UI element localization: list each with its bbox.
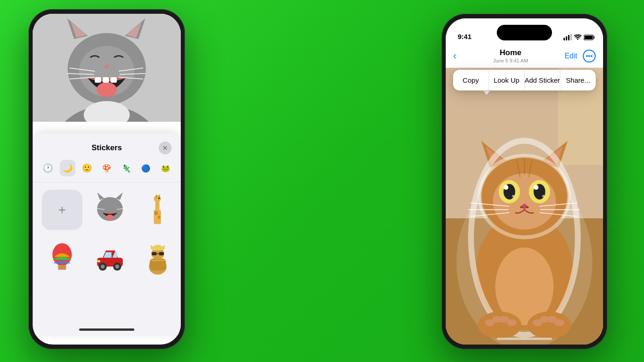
context-menu-copy[interactable]: Copy (453, 70, 489, 90)
svg-point-104 (507, 319, 517, 326)
svg-marker-22 (97, 192, 104, 200)
svg-rect-12 (103, 77, 109, 83)
phone-left: Stickers ✕ 🕐 🌙 🙂 🍄 🦎 🔵 🐸 + (29, 9, 185, 349)
svg-rect-33 (159, 195, 160, 198)
sticker-balloon[interactable] (42, 238, 82, 278)
home-indicator-right (497, 338, 552, 340)
svg-point-87 (542, 195, 545, 197)
svg-point-10 (97, 82, 117, 97)
svg-rect-51 (159, 252, 164, 255)
plus-icon: + (58, 203, 66, 217)
sticker-tab-recent[interactable]: 🕐 (40, 160, 56, 176)
svg-point-89 (520, 206, 523, 208)
stickers-tabs: 🕐 🌙 🙂 🍄 🦎 🔵 🐸 (33, 158, 181, 182)
svg-point-84 (504, 185, 509, 190)
svg-point-62 (586, 55, 588, 57)
context-menu-add-sticker[interactable]: Add Sticker (525, 70, 561, 90)
svg-rect-58 (570, 34, 572, 40)
nav-bar: ‹ Home June 5 9:41 AM Edit (446, 44, 603, 68)
svg-rect-60 (585, 35, 593, 39)
cat-yawning-image (33, 14, 181, 122)
svg-rect-57 (568, 35, 569, 40)
svg-point-63 (588, 55, 590, 57)
svg-point-31 (158, 215, 160, 219)
stickers-grid: + (33, 182, 181, 285)
svg-point-64 (591, 55, 592, 57)
sticker-tab-pack4[interactable]: 🐸 (157, 160, 173, 176)
svg-rect-11 (95, 77, 101, 83)
stickers-header: Stickers ✕ (33, 133, 181, 158)
svg-rect-54 (155, 245, 161, 249)
svg-rect-61 (594, 36, 595, 39)
battery-icon (584, 34, 595, 40)
svg-rect-32 (156, 195, 157, 198)
sticker-tab-emoji[interactable]: 🙂 (79, 160, 95, 176)
svg-rect-36 (58, 265, 66, 270)
phone-left-screen: Stickers ✕ 🕐 🌙 🙂 🍄 🦎 🔵 🐸 + (33, 14, 181, 345)
context-menu-lookup[interactable]: Look Up (489, 70, 525, 90)
context-menu-share[interactable]: Share... (560, 70, 596, 90)
status-time: 9:41 (458, 33, 472, 40)
svg-marker-65 (483, 91, 490, 95)
svg-point-108 (554, 319, 564, 326)
nav-title-group: Home June 5 9:41 AM (493, 48, 528, 63)
sticker-cat-yawn[interactable] (90, 190, 130, 230)
context-menu: Copy Look Up Add Sticker Share... (453, 70, 596, 90)
svg-rect-55 (564, 38, 565, 40)
svg-rect-50 (152, 252, 157, 255)
svg-point-24 (106, 215, 114, 220)
svg-rect-44 (97, 260, 100, 262)
stickers-panel: Stickers ✕ 🕐 🌙 🙂 🍄 🦎 🔵 🐸 + (33, 133, 181, 335)
svg-point-86 (512, 195, 514, 197)
nav-subtitle: June 5 9:41 AM (493, 58, 528, 63)
home-indicator-left (79, 328, 134, 331)
sticker-tab-pack2[interactable]: 🦎 (118, 160, 134, 176)
add-sticker-button[interactable]: + (42, 190, 82, 230)
svg-rect-56 (566, 36, 567, 40)
cat-image-right[interactable] (446, 68, 603, 345)
sticker-fashion-cat[interactable] (138, 238, 178, 278)
more-button[interactable] (583, 50, 596, 62)
phone-right: 9:41 (442, 14, 607, 349)
status-icons (564, 34, 595, 40)
stickers-close-button[interactable]: ✕ (159, 141, 172, 154)
sticker-tab-pack3[interactable]: 🔵 (138, 160, 154, 176)
svg-point-30 (155, 211, 158, 215)
dynamic-island (497, 25, 552, 40)
svg-point-79 (493, 173, 556, 230)
sticker-red-car[interactable] (90, 238, 130, 278)
phone-right-screen: 9:41 (446, 18, 603, 345)
svg-rect-13 (110, 77, 117, 83)
svg-point-43 (115, 265, 119, 269)
svg-marker-23 (115, 192, 123, 200)
svg-point-90 (526, 206, 529, 208)
stickers-title: Stickers (55, 143, 159, 153)
svg-point-34 (158, 198, 160, 199)
sticker-tab-moon[interactable]: 🌙 (60, 160, 76, 176)
scene: Stickers ✕ 🕐 🌙 🙂 🍄 🦎 🔵 🐸 + (0, 0, 644, 362)
svg-point-100 (527, 311, 571, 339)
sticker-tab-pack1[interactable]: 🍄 (99, 160, 115, 176)
svg-point-41 (101, 265, 105, 269)
nav-actions: Edit (564, 50, 596, 62)
signal-icon (564, 34, 572, 40)
wifi-icon (574, 34, 581, 40)
back-button[interactable]: ‹ (453, 50, 456, 62)
svg-point-29 (154, 196, 161, 202)
svg-point-85 (534, 185, 539, 190)
ellipsis-icon (586, 55, 592, 57)
edit-button[interactable]: Edit (564, 52, 577, 60)
nav-title: Home (493, 48, 528, 57)
sticker-giraffe[interactable] (138, 190, 178, 230)
